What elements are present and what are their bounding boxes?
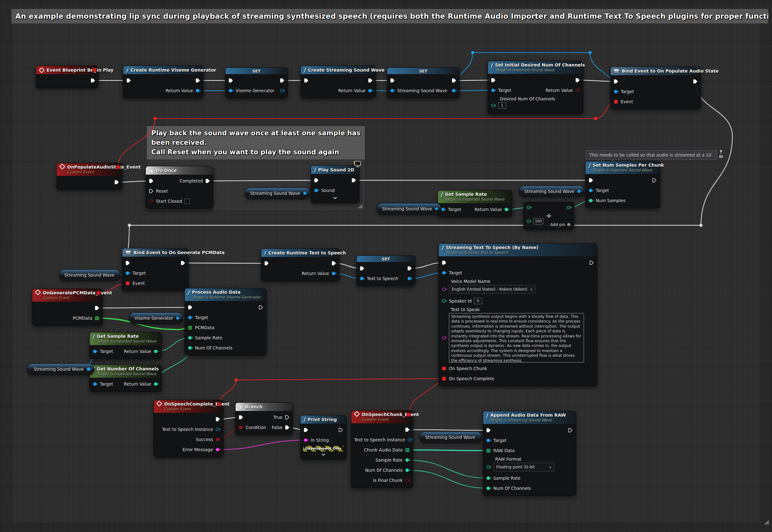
set-initial-num-channels[interactable]: ƒSet Initial Desired Num Of ChannelsTarg… [488,61,583,114]
value-box[interactable]: 0 [474,298,482,304]
event-begin-play[interactable]: Event Blueprint Begin Play [36,66,99,88]
int-pin[interactable] [405,468,410,472]
obj-pin[interactable] [215,427,220,432]
chevron-down-icon[interactable] [321,453,325,456]
canvas-resize-grip[interactable] [763,519,770,525]
obj-pin[interactable] [407,276,412,281]
event-delegate-box[interactable] [217,402,221,406]
str-pin[interactable] [215,447,220,452]
exec-pin[interactable] [125,261,130,265]
pill-ssw-4[interactable]: Streaming Sound Wave [519,186,584,197]
exec-pin[interactable] [195,78,200,83]
del-pin[interactable] [125,281,130,285]
value-box[interactable]: 1 [498,102,506,109]
exec-pin[interactable] [368,78,373,83]
add-pin-button[interactable]: Add pin⊕ [550,222,571,227]
exec-pin[interactable] [575,78,580,82]
exec-pin[interactable] [491,78,496,82]
exec-pin[interactable] [331,261,336,266]
exec-pin[interactable] [258,305,263,310]
exec-pin[interactable] [228,78,233,83]
comment-resize-grip[interactable] [357,203,363,209]
exec-pin[interactable] [652,178,657,183]
exec-pin[interactable] [693,79,698,84]
exec-pin[interactable] [405,427,410,432]
obj-pin[interactable] [390,88,395,93]
set-num-samples[interactable]: ƒSet Num Samples Per ChunkTarget is Impo… [585,161,660,208]
event-delegate-box[interactable] [407,413,411,417]
pill-ssw-7[interactable]: Streaming Sound Wave [420,432,482,443]
exec-pin[interactable] [280,78,285,83]
onpopulate-event[interactable]: OnPopulateAudioState_EventCustom Event [56,163,122,190]
del-pin[interactable] [442,376,447,381]
int-pin[interactable] [486,486,491,490]
expand-row[interactable] [300,452,346,457]
exec-pin[interactable] [407,266,412,271]
int-pin[interactable] [405,458,410,462]
obj-pin[interactable] [93,349,98,354]
int-pin[interactable] [486,476,491,480]
obj-pin[interactable] [359,276,364,281]
event-delegate-box[interactable] [116,165,120,169]
int-pin[interactable] [589,198,594,203]
exec-pin[interactable] [359,266,364,271]
create-viseme-generator[interactable]: ƒCreate Runtime Viseme GeneratorReturn V… [123,66,203,98]
pill-viseme[interactable]: Viseme Generator [129,312,183,324]
exec-pin[interactable] [285,425,290,430]
onspeechcomplete-event[interactable]: OnSpeechComplete_EventCustom EventText t… [153,400,223,457]
bool-pin[interactable] [575,88,580,93]
create-streaming-sound-wave[interactable]: ƒCreate Streaming Sound WaveReturn Value [300,66,376,98]
obj-pin[interactable] [195,88,200,93]
int-pin[interactable] [504,207,509,212]
exec-pin[interactable] [188,305,193,310]
obj-pin[interactable] [228,88,233,93]
exec-pin[interactable] [149,179,154,183]
exec-pin[interactable] [390,78,395,83]
exec-pin[interactable] [338,428,343,432]
obj-pin[interactable] [486,438,491,443]
set-streaming-sound-wave[interactable]: SETStreaming Sound Wave [387,67,460,98]
text-area[interactable]: Streaming synthesis output begins with a… [449,313,584,362]
exec-pin[interactable] [126,78,131,83]
bool-pin[interactable] [149,199,154,203]
obj-pin[interactable] [614,89,619,94]
dropdown[interactable]: English (United States) - Kokoro (Adam)∨ [449,285,536,294]
bytesT-pin[interactable] [405,448,410,452]
create-rtts[interactable]: ƒCreate Runtime Text to SpeechReturn Val… [261,248,339,281]
exec-pin[interactable] [314,178,319,183]
exec-pin[interactable] [285,415,290,420]
obj-pin[interactable] [442,271,447,275]
int-pin[interactable] [188,346,193,350]
exec-pin[interactable] [205,179,210,183]
del-pin[interactable] [614,99,619,104]
pill-ssw-6[interactable]: Streaming Sound Wave [27,363,94,375]
obj-pin[interactable] [491,88,496,93]
int-pin[interactable] [566,205,571,210]
exec-pin[interactable] [486,428,491,433]
exec-pin[interactable] [568,428,573,433]
exec-pin[interactable] [215,417,220,421]
exec-pin[interactable] [304,78,309,83]
int-pin[interactable] [442,299,447,303]
exec-pin[interactable] [149,189,154,193]
bytes-pin[interactable] [94,316,100,320]
obj-pin[interactable] [441,207,446,212]
obj-pin[interactable] [331,271,336,276]
exec-pin[interactable] [442,260,447,265]
obj-pin[interactable] [188,315,193,320]
int-pin[interactable] [153,382,158,386]
gsr-1[interactable]: ƒGet Sample RateTarget is Imported Sound… [438,190,512,217]
exec-pin[interactable] [264,261,269,266]
blueprint-canvas[interactable]: An example demonstrating lip sync during… [0,0,772,532]
dropdown[interactable]: Floating point 32-bit∨ [493,463,555,471]
set-viseme-generator[interactable]: SETViseme Generator [225,67,288,98]
obj-pin[interactable] [478,435,479,439]
set-tts[interactable]: SETText to Speech [356,255,415,286]
gnc[interactable]: ƒGet Number Of ChannelsTarget is Importe… [89,365,162,392]
print-string[interactable]: ƒPrint StringIn StringDevelopment Only [300,415,346,460]
divide-op[interactable]: 100÷Add pin⊕ [524,202,574,230]
obj-pin[interactable] [452,88,457,93]
name-pin[interactable] [442,287,447,292]
int-pin[interactable] [188,336,193,340]
exec-pin[interactable] [94,306,100,310]
